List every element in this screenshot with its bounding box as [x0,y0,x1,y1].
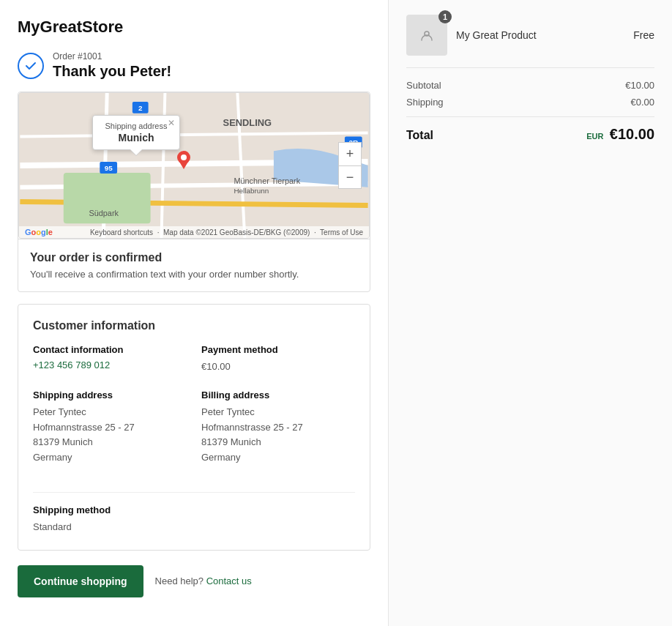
shipping-row: Shipping €0.00 [406,97,654,108]
google-logo: Google [25,228,53,236]
confirmed-title: Your order is confirmed [30,251,358,264]
customer-info-box: Customer information Contact information… [18,304,370,551]
confirmed-subtitle: You'll receive a confirmation text with … [30,269,358,280]
total-label: Total [406,129,433,142]
svg-text:Münchner Tierpark: Münchner Tierpark [234,176,300,185]
tooltip-city: Munich [102,132,171,144]
payment-method-section: Payment method €10.00 [201,344,355,375]
confirmation-box: SENDLING Südpark 2 95 2R Münchner Tierpa… [18,92,370,292]
continue-shopping-button[interactable]: Continue shopping [18,565,143,597]
checkmark-circle [18,53,44,79]
product-badge: 1 [438,10,452,23]
svg-text:2: 2 [138,104,143,112]
thank-you-heading: Thank you Peter! [53,63,171,80]
shipping-country: Germany [33,450,187,466]
payment-label: Payment method [201,344,355,355]
need-help-text: Need help? [155,575,204,586]
svg-marker-20 [179,162,188,169]
map-footer: Google Keyboard shortcuts · Map data ©20… [19,226,369,238]
svg-text:Südpark: Südpark [89,209,119,217]
total-currency: EUR [586,132,603,141]
info-grid: Contact information +123 456 789 012 Pay… [33,344,355,535]
svg-point-21 [181,154,187,160]
shipping-label: Shipping [406,97,444,108]
map-pin [176,150,191,171]
svg-text:SENDLING: SENDLING [223,117,272,128]
billing-country: Germany [201,450,355,466]
billing-name: Peter Tyntec [201,405,355,420]
contact-value: +123 456 789 012 [33,359,187,370]
map-zoom-controls: + − [338,142,362,189]
bottom-actions: Continue shopping Need help? Contact us [18,565,370,597]
product-image-wrap: 1 [406,15,447,56]
total-row: Total EUR €10.00 [406,116,654,143]
subtotal-value: €10.00 [625,80,654,91]
payment-value: €10.00 [201,359,355,375]
shipping-address-label: Shipping address [33,390,187,400]
billing-address-section: Billing address Peter Tyntec Hofmannstra… [201,390,355,466]
shipping-value: €0.00 [630,97,654,108]
zoom-out-button[interactable]: − [338,165,362,189]
shipping-name: Peter Tyntec [33,405,187,420]
right-panel: 1 My Great Product Free Subtotal €10.00 … [388,0,672,626]
subtotal-row: Subtotal €10.00 [406,80,654,91]
shipping-address-section: Shipping address Peter Tyntec Hofmannstr… [33,390,187,466]
contact-us-link[interactable]: Contact us [206,575,252,586]
shipping-method-section: Shipping method Standard [33,492,355,535]
product-price: Free [633,29,654,41]
map-svg: SENDLING Südpark 2 95 2R Münchner Tierpa… [19,93,369,238]
shipping-method-label: Shipping method [33,504,355,515]
left-panel: MyGreatStore Order #1001 Thank you Peter… [0,0,388,626]
order-header-text: Order #1001 Thank you Peter! [53,51,171,80]
map-section: SENDLING Südpark 2 95 2R Münchner Tierpa… [18,92,370,239]
product-row: 1 My Great Product Free [406,15,654,68]
zoom-in-button[interactable]: + [338,142,362,165]
tooltip-close-icon[interactable]: ✕ [168,119,175,127]
contact-label: Contact information [33,344,187,355]
order-number: Order #1001 [53,51,171,62]
svg-text:Hellabrunn: Hellabrunn [234,187,269,195]
billing-address-label: Billing address [201,390,355,400]
product-name: My Great Product [456,29,624,41]
shipping-street: Hofmannstrasse 25 - 27 [33,420,187,436]
map-container: SENDLING Südpark 2 95 2R Münchner Tierpa… [18,92,370,239]
store-title: MyGreatStore [18,18,370,37]
shipping-method-value: Standard [33,520,355,535]
customer-info-title: Customer information [33,319,355,332]
total-amount-wrap: EUR €10.00 [586,126,654,143]
order-header: Order #1001 Thank you Peter! [18,51,370,80]
billing-city: 81379 Munich [201,435,355,450]
help-text: Need help? Contact us [155,575,252,586]
contact-info-section: Contact information +123 456 789 012 [33,344,187,375]
subtotal-label: Subtotal [406,80,441,91]
tooltip-label: Shipping address [102,122,171,130]
billing-street: Hofmannstrasse 25 - 27 [201,420,355,436]
shipping-city: 81379 Munich [33,435,187,450]
map-attribution: Keyboard shortcuts · Map data ©2021 GeoB… [90,228,363,236]
map-tooltip: ✕ Shipping address Munich [92,115,180,150]
total-amount: €10.00 [610,126,654,142]
svg-text:95: 95 [105,164,113,172]
confirmation-text-section: Your order is confirmed You'll receive a… [18,239,370,291]
